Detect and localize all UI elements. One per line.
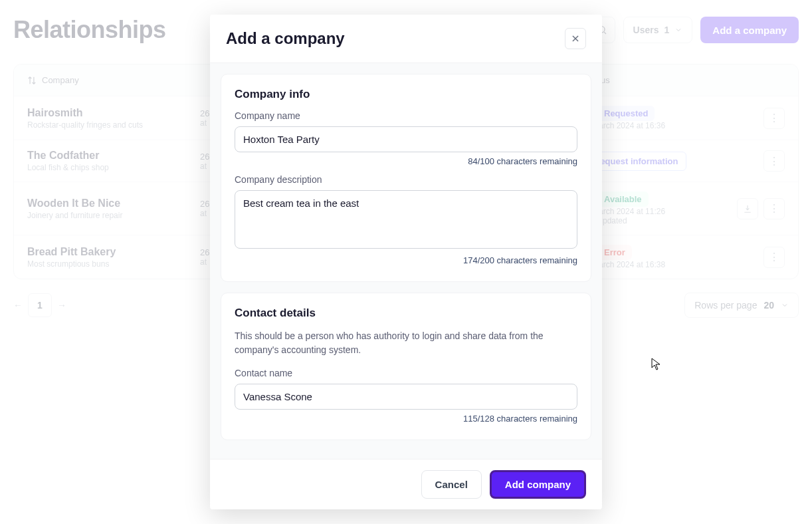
modal-overlay: Add a company Company info Company name … bbox=[0, 0, 812, 524]
company-info-heading: Company info bbox=[235, 88, 577, 101]
close-icon bbox=[571, 34, 580, 43]
contact-details-hint: This should be a person who has authorit… bbox=[235, 329, 577, 357]
company-name-input[interactable] bbox=[235, 126, 577, 152]
company-description-input[interactable] bbox=[235, 190, 577, 249]
cancel-button[interactable]: Cancel bbox=[421, 470, 482, 499]
contact-details-card: Contact details This should be a person … bbox=[221, 293, 591, 440]
company-name-label: Company name bbox=[235, 110, 577, 121]
company-info-card: Company info Company name 84/100 charact… bbox=[221, 74, 591, 282]
contact-name-counter: 115/128 characters remaining bbox=[235, 414, 577, 424]
company-description-label: Company description bbox=[235, 174, 577, 185]
add-company-submit-button[interactable]: Add company bbox=[490, 470, 586, 499]
company-name-counter: 84/100 characters remaining bbox=[235, 156, 577, 166]
close-button[interactable] bbox=[565, 28, 586, 49]
contact-details-heading: Contact details bbox=[235, 307, 577, 320]
modal-title: Add a company bbox=[226, 29, 345, 48]
company-description-counter: 174/200 characters remaining bbox=[235, 255, 577, 265]
contact-name-input[interactable] bbox=[235, 384, 577, 410]
contact-name-label: Contact name bbox=[235, 368, 577, 378]
add-company-modal: Add a company Company info Company name … bbox=[210, 15, 602, 509]
